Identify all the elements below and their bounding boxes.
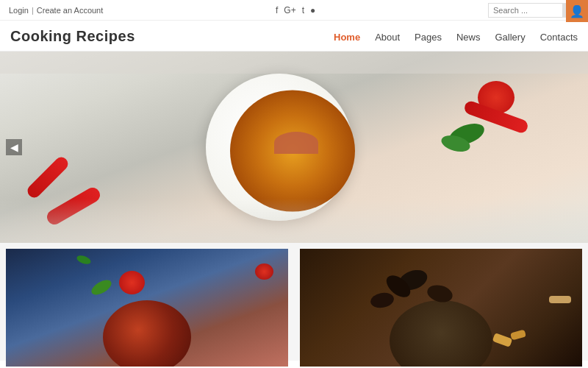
google-plus-icon[interactable]: G+ (284, 5, 295, 15)
nav-item-news[interactable]: News (456, 30, 481, 43)
card1-tomato (119, 271, 145, 294)
login-link[interactable]: Login (9, 6, 29, 15)
slider-prev-button[interactable]: ◀ (6, 139, 22, 155)
site-title: Cooking Recipes (10, 28, 135, 45)
hero-shrimp (274, 132, 318, 154)
recipe-card-1[interactable] (6, 249, 288, 367)
facebook-icon[interactable]: f (276, 5, 278, 15)
nav-menu: Home About Pages News Gallery Contacts (334, 30, 578, 43)
separator: | (32, 6, 34, 15)
social-icons: f G+ t ● (276, 5, 315, 15)
nav-item-home[interactable]: Home (334, 30, 360, 43)
recipe-cards-row (0, 243, 588, 361)
search-input[interactable] (489, 4, 562, 17)
nav-item-contacts[interactable]: Contacts (540, 30, 578, 43)
top-bar-left: Login | Create an Account (9, 6, 103, 15)
nav-item-pages[interactable]: Pages (415, 30, 442, 43)
header: Cooking Recipes Home About Pages News Ga… (0, 21, 588, 52)
hero-background (0, 52, 588, 243)
recipe-card-2[interactable] (300, 249, 582, 367)
twitter-icon[interactable]: t (302, 5, 304, 15)
user-avatar[interactable]: 👤 (566, 0, 588, 22)
card-1-background (6, 249, 288, 367)
card2-pan-handle (549, 296, 571, 303)
card-2-background (300, 249, 582, 367)
nav-item-about[interactable]: About (375, 30, 400, 43)
hero-section: ◀ (0, 52, 588, 243)
nav-item-gallery[interactable]: Gallery (495, 30, 526, 43)
create-account-link[interactable]: Create an Account (37, 6, 104, 15)
hero-surface-gradient (0, 199, 588, 243)
rss-icon[interactable]: ● (310, 5, 315, 15)
card1-bowl (103, 300, 191, 367)
top-bar: Login | Create an Account f G+ t ● 🔍 (0, 0, 588, 21)
